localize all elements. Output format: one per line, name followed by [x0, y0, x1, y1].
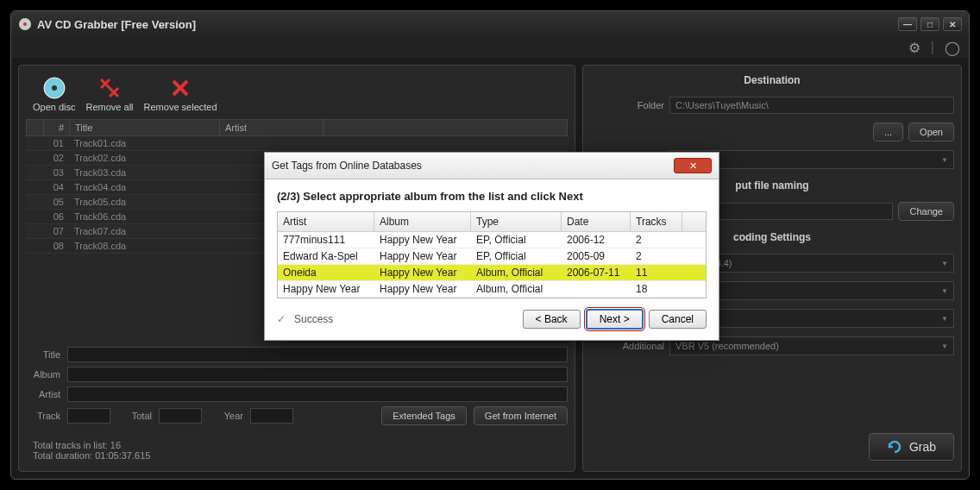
- maximize-button[interactable]: □: [920, 17, 939, 31]
- col-tracks[interactable]: Tracks: [631, 212, 682, 231]
- dialog-close-button[interactable]: ✕: [674, 158, 712, 173]
- col-date[interactable]: Date: [562, 212, 631, 231]
- col-artist[interactable]: Artist: [220, 120, 324, 135]
- col-type[interactable]: Type: [471, 212, 562, 231]
- back-button[interactable]: < Back: [523, 310, 581, 329]
- album-field[interactable]: [67, 367, 568, 382]
- track-field[interactable]: [67, 408, 110, 424]
- remove-all-button[interactable]: Remove all: [86, 76, 134, 112]
- check-icon: ✓: [277, 313, 286, 325]
- dialog-step-text: (2/3) Select appropriate album from the …: [277, 190, 707, 203]
- svg-point-1: [23, 22, 27, 26]
- total-duration-status: Total duration: 01:05:37.615: [33, 450, 561, 461]
- grab-button[interactable]: Grab: [869, 433, 954, 461]
- target-icon[interactable]: ◯: [945, 40, 960, 56]
- app-icon: [18, 17, 32, 31]
- extended-tags-button[interactable]: Extended Tags: [381, 406, 467, 425]
- album-table: Artist Album Type Date Tracks 777minus11…: [277, 211, 707, 298]
- title-field[interactable]: [67, 347, 568, 362]
- album-row[interactable]: OneidaHappy New YearAlbum, Official2006-…: [278, 265, 706, 281]
- next-button[interactable]: Next >: [586, 309, 644, 330]
- col-number[interactable]: #: [44, 120, 70, 135]
- col-album[interactable]: Album: [374, 212, 471, 231]
- dialog-title: Get Tags from Online Databases: [272, 160, 422, 172]
- change-button[interactable]: Change: [898, 202, 954, 221]
- cancel-button[interactable]: Cancel: [649, 310, 707, 329]
- album-row[interactable]: Happy New YearHappy New YearAlbum, Offic…: [278, 281, 706, 298]
- open-disc-button[interactable]: Open disc: [33, 76, 76, 112]
- close-button[interactable]: ✕: [943, 17, 962, 31]
- open-folder-button[interactable]: Open: [908, 122, 954, 141]
- window-title: AV CD Grabber [Free Version]: [37, 18, 196, 31]
- get-from-internet-button[interactable]: Get from Internet: [474, 406, 568, 425]
- track-row[interactable]: 01Track01.cda: [26, 136, 568, 151]
- top-toolbar: ⚙ | ◯: [11, 37, 969, 58]
- settings-icon[interactable]: ⚙: [908, 40, 920, 56]
- minimize-button[interactable]: —: [898, 17, 917, 31]
- titlebar: AV CD Grabber [Free Version] — □ ✕: [11, 11, 969, 37]
- destination-heading: Destination: [590, 74, 954, 86]
- album-row[interactable]: Edward Ka-SpelHappy New YearEP, Official…: [278, 248, 706, 265]
- artist-field[interactable]: [67, 386, 568, 402]
- dialog-status: Success: [294, 313, 333, 325]
- col-artist[interactable]: Artist: [278, 212, 374, 231]
- total-field[interactable]: [159, 408, 202, 424]
- album-row[interactable]: 777minus111Happy New YearEP, Official200…: [278, 232, 706, 248]
- refresh-icon: [887, 439, 902, 455]
- year-field[interactable]: [250, 408, 293, 424]
- remove-selected-button[interactable]: Remove selected: [144, 76, 217, 112]
- total-tracks-status: Total tracks in list: 16: [33, 440, 561, 450]
- browse-button[interactable]: ...: [873, 122, 903, 141]
- folder-field[interactable]: [669, 97, 954, 114]
- col-title[interactable]: Title: [70, 120, 220, 135]
- svg-point-3: [52, 85, 57, 91]
- get-tags-dialog: Get Tags from Online Databases ✕ (2/3) S…: [264, 152, 719, 341]
